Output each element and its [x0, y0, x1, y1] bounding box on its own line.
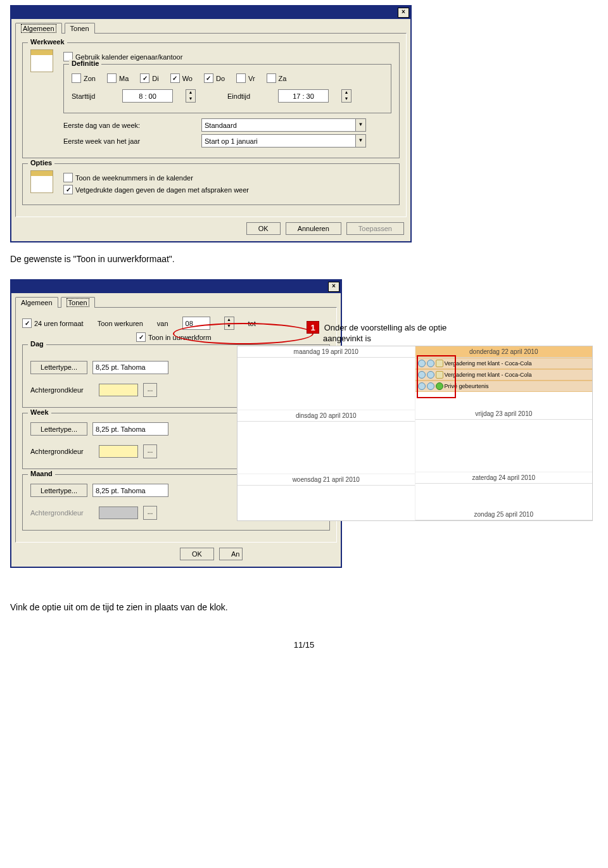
- checkbox-do[interactable]: ✓Do: [204, 73, 225, 83]
- dag-color-swatch: [99, 384, 138, 396]
- titlebar: ×: [11, 280, 341, 293]
- van-label: van: [157, 320, 168, 327]
- cal-head-wed: woensdag 21 april 2010: [238, 474, 415, 486]
- chevron-down-icon: ▼: [355, 119, 365, 131]
- tab-tonen[interactable]: Tonen: [61, 297, 95, 308]
- tab-algemeen[interactable]: Algemeen: [15, 297, 58, 308]
- firstday-dropdown[interactable]: Standaard▼: [201, 118, 366, 132]
- maand-bg-label: Achtergrondkleur: [30, 509, 94, 517]
- cal-head-sun: zondag 25 april 2010: [415, 509, 593, 520]
- starttime-label: Starttijd: [72, 92, 110, 100]
- calendar-week-preview: maandag 19 april 2010 dinsdag 20 april 2…: [237, 346, 593, 521]
- week-color-swatch: [99, 445, 138, 458]
- checkbox-24h[interactable]: ✓24 uren formaat: [22, 318, 84, 328]
- maand-lettertype-button[interactable]: Lettertype...: [30, 484, 87, 497]
- week-color-button[interactable]: ...: [143, 444, 157, 458]
- show-workhours-label: Toon werkuren: [98, 320, 143, 327]
- week-font-display: 8,25 pt. Tahoma: [92, 422, 168, 436]
- calendar-icon: [30, 49, 53, 72]
- apply-button[interactable]: Toepassen: [346, 222, 404, 235]
- doc-paragraph: De gewenste is "Toon in uurwerkformaat".: [0, 242, 608, 275]
- cal-head-fri: vrijdag 23 april 2010: [415, 408, 593, 420]
- maand-color-button[interactable]: ...: [143, 506, 157, 520]
- maand-font-display: 8,25 pt. Tahoma: [92, 484, 168, 497]
- ok-button[interactable]: OK: [246, 222, 281, 235]
- calendar-check-icon: [30, 170, 53, 193]
- callout-number: 1: [307, 321, 319, 334]
- dag-bg-label: Achtergrondkleur: [30, 386, 94, 394]
- cal-head-mon: maandag 19 april 2010: [238, 346, 415, 358]
- annotation-rectangle: [417, 355, 456, 398]
- dialog-calendar-options: × Algemeen Tonen Werkweek Geb: [10, 5, 412, 242]
- close-icon[interactable]: ×: [328, 282, 339, 292]
- composite-screenshot: × Algemeen Tonen ✓24 uren formaat Toon w…: [10, 279, 593, 583]
- firstday-label: Eerste dag van de week:: [63, 122, 196, 129]
- dag-font-display: 8,25 pt. Tahoma: [92, 361, 168, 374]
- tab-algemeen[interactable]: Algemeen: [15, 23, 62, 34]
- checkbox-show-weeknumbers[interactable]: Toon de weeknummers in de kalender: [63, 173, 193, 182]
- page-number: 11/15: [0, 624, 608, 655]
- week-bg-label: Achtergrondkleur: [30, 448, 94, 455]
- ok-button[interactable]: OK: [180, 548, 214, 560]
- checkbox-di[interactable]: ✓Di: [140, 73, 158, 83]
- group-definitie: Definitie Zon Ma ✓Di ✓Wo ✓Do Vr Za: [63, 64, 391, 113]
- cancel-button-partial[interactable]: An: [219, 548, 243, 560]
- cancel-button[interactable]: Annuleren: [286, 222, 341, 235]
- endtime-spinner[interactable]: ▲▼: [341, 89, 352, 103]
- annotation-ellipse: [173, 323, 314, 344]
- cal-head-sat: zaterdag 24 april 2010: [415, 472, 593, 484]
- dag-lettertype-button[interactable]: Lettertype...: [30, 361, 87, 374]
- firstweek-label: Eerste week van het jaar: [63, 137, 196, 145]
- group-title: Werkweek: [28, 38, 67, 46]
- checkbox-zon[interactable]: Zon: [72, 73, 96, 83]
- checkbox-wo[interactable]: ✓Wo: [170, 73, 193, 83]
- checkbox-ma[interactable]: Ma: [107, 73, 129, 83]
- close-icon[interactable]: ×: [398, 8, 409, 18]
- cal-head-tue: dinsdag 20 april 2010: [238, 410, 415, 422]
- callout-1: 1 Onder de voorstelling als de optie aan…: [307, 321, 446, 343]
- endtime-input[interactable]: 17 : 30: [278, 89, 329, 103]
- group-opties: Opties Toon de weeknummers in de kalende…: [22, 163, 400, 205]
- checkbox-vr[interactable]: Vr: [236, 73, 255, 83]
- checkbox-za[interactable]: Za: [267, 73, 287, 83]
- maand-color-swatch: [99, 506, 138, 519]
- titlebar: ×: [11, 6, 410, 19]
- group-werkweek: Werkweek Gebruik kalender eigenaar/kanto…: [22, 42, 400, 158]
- chevron-down-icon: ▼: [355, 135, 365, 147]
- endtime-label: Eindtijd: [227, 92, 265, 100]
- tab-tonen[interactable]: Tonen: [65, 23, 95, 34]
- firstweek-dropdown[interactable]: Start op 1 januari▼: [201, 134, 366, 148]
- group-title: Opties: [28, 159, 54, 167]
- dag-color-button[interactable]: ...: [143, 383, 157, 397]
- doc-paragraph: Vink de optie uit om de tijd te zien in …: [0, 583, 608, 624]
- starttime-input[interactable]: 8 : 00: [122, 89, 173, 103]
- week-lettertype-button[interactable]: Lettertype...: [30, 422, 87, 436]
- checkbox-bold-days[interactable]: ✓Vetgedrukte dagen geven de dagen met af…: [63, 185, 249, 194]
- group-title: Definitie: [69, 60, 101, 67]
- starttime-spinner[interactable]: ▲▼: [186, 89, 196, 103]
